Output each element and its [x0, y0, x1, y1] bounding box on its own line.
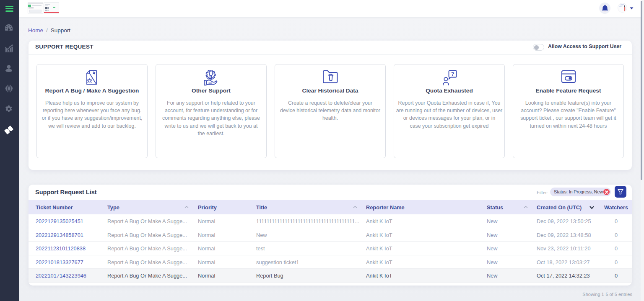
- svg-text:?: ?: [451, 71, 454, 77]
